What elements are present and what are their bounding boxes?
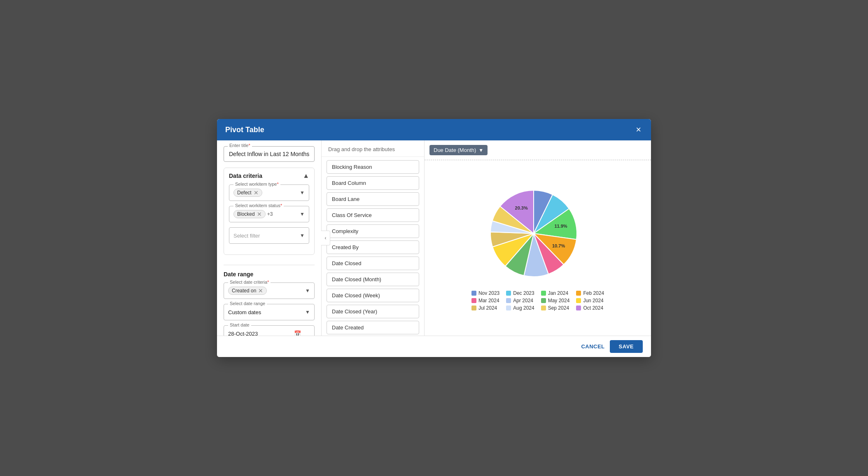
legend-dot	[576, 306, 581, 310]
date-criteria-select[interactable]: Select date criteria* Created on ✕ ▼	[224, 282, 315, 299]
attribute-item[interactable]: Date Closed (Month)	[327, 273, 419, 286]
due-date-month-tag[interactable]: Due Date (Month) ▼	[429, 145, 488, 155]
attribute-item[interactable]: Created By	[327, 240, 419, 254]
cancel-button[interactable]: CANCEL	[581, 343, 604, 350]
date-range-select[interactable]: Select date range Custom dates ▼	[224, 304, 315, 320]
filter-arrow: ▼	[300, 233, 305, 238]
created-on-tag: Created on ✕	[228, 287, 267, 295]
collapse-data-criteria-button[interactable]: ▲	[303, 172, 309, 180]
legend-dot	[541, 298, 546, 303]
attribute-item[interactable]: Class Of Service	[327, 208, 419, 222]
filter-placeholder: Select filter	[233, 233, 260, 239]
date-range-arrow: ▼	[305, 309, 310, 315]
legend-item: Apr 2024	[506, 298, 534, 303]
title-input[interactable]	[224, 146, 315, 162]
defect-tag-remove[interactable]: ✕	[254, 190, 259, 196]
legend-item: Dec 2023	[506, 290, 534, 296]
attribute-item[interactable]: Board Column	[327, 176, 419, 190]
workitem-status-arrow: ▼	[300, 211, 305, 217]
legend-dot	[471, 298, 476, 303]
status-more: +3	[267, 211, 273, 217]
blocked-tag-remove[interactable]: ✕	[257, 211, 262, 217]
section-header-date-range: Date range	[224, 271, 315, 278]
date-range-value: Custom dates	[228, 309, 261, 315]
columns-drop-zone[interactable]: Due Date (Month) ▼	[425, 140, 651, 160]
divider	[224, 265, 315, 265]
chart-area: 20.3%11.9%10.7% Nov 2023Dec 2023Jan 2024…	[425, 160, 651, 336]
legend-label: Nov 2023	[478, 290, 499, 296]
column-tag-icon: ▼	[478, 147, 483, 153]
workitem-type-arrow: ▼	[300, 190, 305, 196]
attribute-item[interactable]: Date Closed	[327, 257, 419, 270]
required-star: *	[248, 143, 250, 148]
workitem-status-label: Select workitem status*	[233, 203, 284, 208]
legend-item: Oct 2024	[576, 305, 604, 311]
workitem-status-select[interactable]: Select workitem status* Blocked ✕ +3 ▼	[229, 206, 309, 222]
close-button[interactable]: ×	[634, 124, 643, 136]
legend-label: Feb 2024	[583, 290, 604, 296]
created-on-tag-remove[interactable]: ✕	[258, 288, 263, 294]
title-field-label: Enter title*	[228, 143, 252, 148]
attributes-list: Blocking ReasonBoard ColumnBoard LaneCla…	[322, 157, 424, 336]
date-criteria-arrow: ▼	[305, 288, 310, 294]
middle-panel: Drag and drop the attributes Blocking Re…	[322, 140, 425, 336]
blocked-tag: Blocked ✕	[233, 210, 266, 218]
attribute-item[interactable]: Date Closed (Week)	[327, 289, 419, 302]
section-header-data-criteria: Data criteria ▲	[229, 172, 309, 180]
modal-body: Enter title* Data criteria ▲ Select work…	[217, 140, 651, 336]
collapse-toggle-button[interactable]: ‹	[321, 231, 330, 245]
filter-select[interactable]: Select filter ▼	[229, 227, 309, 244]
legend-dot	[471, 291, 476, 296]
legend-dot	[506, 291, 511, 296]
attribute-item[interactable]: Date Closed (Year)	[327, 305, 419, 318]
legend-item: May 2024	[541, 298, 570, 303]
start-date-label: Start date	[228, 322, 251, 327]
start-date-value: 28-Oct-2023	[228, 331, 258, 336]
modal-overlay[interactable]: Pivot Table × Enter title* Data criteria	[0, 0, 868, 476]
legend-item: Jul 2024	[471, 305, 499, 311]
attribute-item[interactable]: Board Lane	[327, 192, 419, 206]
legend-item: Mar 2024	[471, 298, 499, 303]
legend-label: Aug 2024	[513, 305, 534, 311]
legend-label: Apr 2024	[513, 298, 533, 303]
modal-header: Pivot Table ×	[217, 119, 651, 140]
legend-item: Feb 2024	[576, 290, 604, 296]
legend-label: Mar 2024	[478, 298, 499, 303]
legend-dot	[506, 298, 511, 303]
legend-dot	[471, 306, 476, 310]
legend-item: Jun 2024	[576, 298, 604, 303]
data-criteria-title: Data criteria	[229, 173, 262, 179]
right-panel: Due Date (Month) ▼ 20.3%11.9%10.7% Nov 2…	[425, 140, 651, 336]
legend-label: Dec 2023	[513, 290, 534, 296]
workitem-type-select[interactable]: Select workitem type* Defect ✕ ▼	[229, 184, 309, 201]
legend-item: Aug 2024	[506, 305, 534, 311]
legend-dot	[576, 291, 581, 296]
date-range-title: Date range	[224, 271, 253, 278]
legend-dot	[576, 298, 581, 303]
legend-item: Sep 2024	[541, 305, 570, 311]
save-button[interactable]: SAVE	[610, 340, 643, 353]
legend-label: Jun 2024	[583, 298, 603, 303]
legend-label: Jul 2024	[478, 305, 497, 311]
defect-tag: Defect ✕	[233, 189, 262, 197]
pie-chart-svg: 20.3%11.9%10.7%	[480, 185, 595, 284]
due-date-month-label: Due Date (Month)	[434, 147, 476, 153]
calendar-icon[interactable]: 📅	[294, 330, 301, 336]
start-date-field[interactable]: Start date 28-Oct-2023 📅	[224, 325, 315, 336]
attribute-item[interactable]: Blocking Reason	[327, 160, 419, 174]
title-field-wrapper: Enter title*	[224, 146, 315, 162]
modal-footer: CANCEL SAVE	[217, 336, 651, 357]
legend-grid: Nov 2023Dec 2023Jan 2024Feb 2024Mar 2024…	[471, 290, 604, 311]
date-criteria-label: Select date criteria*	[228, 280, 271, 285]
attribute-item[interactable]: Date Created	[327, 321, 419, 334]
svg-text:10.7%: 10.7%	[552, 243, 565, 248]
legend-dot	[541, 291, 546, 296]
svg-text:20.3%: 20.3%	[515, 205, 528, 210]
attribute-item[interactable]: Complexity	[327, 224, 419, 238]
pivot-table-modal: Pivot Table × Enter title* Data criteria	[217, 119, 651, 357]
pie-container: 20.3%11.9%10.7% Nov 2023Dec 2023Jan 2024…	[471, 185, 604, 311]
legend-label: Sep 2024	[548, 305, 569, 311]
legend-dot	[541, 306, 546, 310]
modal-title: Pivot Table	[225, 126, 264, 134]
workitem-type-label: Select workitem type*	[233, 182, 280, 187]
